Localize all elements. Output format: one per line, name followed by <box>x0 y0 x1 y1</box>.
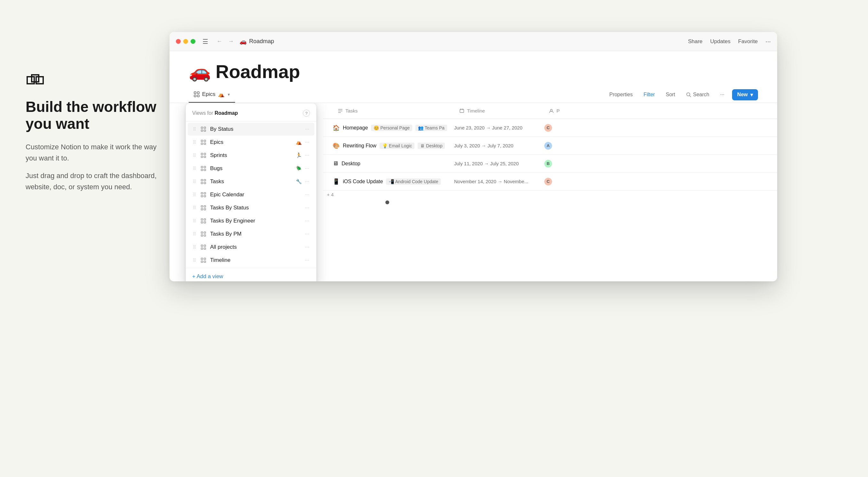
active-tab[interactable]: Epics ⛺ ▾ <box>189 87 235 103</box>
view-item-tasks-by-engineer[interactable]: ⠿ Tasks By Engineer ··· <box>188 215 314 227</box>
drag-handle-icon: ⠿ <box>193 140 196 145</box>
item-more-2[interactable]: ··· <box>305 153 309 158</box>
view-item-epics[interactable]: ⠿ Epics ⛺ ··· <box>188 136 314 149</box>
item-more-3[interactable]: ··· <box>305 166 309 171</box>
view-item-tasks-by-pm[interactable]: ⠿ Tasks By PM ··· <box>188 228 314 241</box>
view-label-7: Tasks By Engineer <box>210 218 302 224</box>
views-dropdown: Views for Roadmap ? ⠿ By Status ··· ⠿ <box>186 103 317 281</box>
window-title: 🚗 Roadmap <box>240 38 274 45</box>
favorite-button[interactable]: Favorite <box>738 38 758 45</box>
view-item-all-projects[interactable]: ⠿ All projects ··· <box>188 241 314 254</box>
view-label-1: Epics <box>210 139 292 146</box>
svg-rect-36 <box>204 205 206 207</box>
sort-button[interactable]: Sort <box>663 90 678 99</box>
svg-rect-0 <box>27 77 34 84</box>
updates-button[interactable]: Updates <box>710 38 731 45</box>
svg-rect-27 <box>201 179 203 181</box>
properties-button[interactable]: Properties <box>606 90 636 99</box>
svg-rect-18 <box>204 143 206 145</box>
grid-icon-7 <box>200 218 207 223</box>
page-emoji: 🚗 <box>189 61 211 82</box>
view-item-tasks[interactable]: ⠿ Tasks 🔧 ··· <box>188 175 314 188</box>
maximize-button[interactable] <box>191 39 195 44</box>
more-button[interactable]: ··· <box>765 38 771 45</box>
svg-rect-11 <box>201 127 203 129</box>
view-label-2: Sprints <box>210 152 292 159</box>
table-area: Tasks Timeline <box>323 103 777 281</box>
task-cell-0: 🏠 Homepage 😊 Personal Page 👥 Teams Pa <box>333 124 454 131</box>
svg-rect-40 <box>204 219 206 220</box>
task-cell-1: 🎨 Rewriting Flow 💡 Email Logic 🖥 Desktop <box>333 142 454 149</box>
page-title-area: 🚗 Roadmap <box>189 61 758 82</box>
table-row-0[interactable]: 🏠 Homepage 😊 Personal Page 👥 Teams Pa Ju… <box>323 119 777 137</box>
block-icon-1 <box>26 70 45 90</box>
item-more-4[interactable]: ··· <box>305 179 309 185</box>
search-button[interactable]: Search <box>683 90 713 99</box>
item-more-7[interactable]: ··· <box>305 218 309 224</box>
table-row-1[interactable]: 🎨 Rewriting Flow 💡 Email Logic 🖥 Desktop… <box>323 137 777 155</box>
toolbar-dots[interactable]: ··· <box>717 90 727 99</box>
add-view-button[interactable]: + Add a view <box>186 269 316 281</box>
svg-rect-48 <box>204 245 206 247</box>
drag-handle-icon: ⠿ <box>193 245 196 250</box>
task-tag-3-0: 📲 Android Code Update <box>386 179 441 185</box>
view-item-tasks-by-status[interactable]: ⠿ Tasks By Status ··· <box>188 201 314 214</box>
view-item-bugs[interactable]: ⠿ Bugs 🪲 ··· <box>188 162 314 175</box>
svg-rect-46 <box>204 235 206 236</box>
svg-rect-6 <box>197 92 199 94</box>
task-cell-2: 🖥 Desktop <box>333 160 454 167</box>
logo-blocks <box>26 70 160 90</box>
window-emoji: 🚗 <box>240 38 247 45</box>
item-more-0[interactable]: ··· <box>305 126 309 132</box>
svg-rect-52 <box>204 258 206 260</box>
share-button[interactable]: Share <box>688 38 702 45</box>
item-more-6[interactable]: ··· <box>305 205 309 211</box>
menu-icon[interactable]: ☰ <box>203 38 208 45</box>
search-label: Search <box>693 92 709 97</box>
task-name-0: Homepage <box>343 125 368 131</box>
table-row-3[interactable]: 📱 iOS Code Update 📲 Android Code Update … <box>323 172 777 191</box>
timeline-cell-2: July 11, 2020 → July 25, 2020 <box>454 161 544 166</box>
item-more-9[interactable]: ··· <box>305 244 309 250</box>
svg-rect-53 <box>201 261 203 262</box>
avatar-3: C <box>544 177 553 186</box>
back-button[interactable]: ← <box>215 37 224 46</box>
help-button[interactable]: ? <box>303 110 310 117</box>
page-title: Roadmap <box>216 61 300 82</box>
active-tab-label: Epics <box>202 91 216 97</box>
view-item-timeline[interactable]: ⠿ Timeline ··· <box>188 254 314 267</box>
filter-button[interactable]: Filter <box>640 90 658 99</box>
item-more-8[interactable]: ··· <box>305 231 309 237</box>
new-label: New <box>737 92 748 97</box>
close-button[interactable] <box>176 39 181 44</box>
new-button[interactable]: New ▾ <box>732 89 758 100</box>
forward-button[interactable]: → <box>226 37 236 46</box>
svg-rect-24 <box>204 166 206 168</box>
dropdown-title: Views for Roadmap <box>192 110 238 116</box>
marketing-body-2: Just drag and drop to craft the dashboar… <box>26 170 160 192</box>
view-label-0: By Status <box>210 126 302 132</box>
col-header-timeline: Timeline <box>454 108 544 114</box>
drag-handle-icon: ⠿ <box>193 231 196 236</box>
view-item-by-status[interactable]: ⠿ By Status ··· <box>188 123 314 135</box>
drag-handle-icon: ⠿ <box>193 127 196 132</box>
drag-handle-icon: ⠿ <box>193 192 196 197</box>
svg-rect-50 <box>204 248 206 249</box>
table-row-2[interactable]: 🖥 Desktop July 11, 2020 → July 25, 2020 … <box>323 155 777 172</box>
item-more-10[interactable]: ··· <box>305 257 309 263</box>
item-more-1[interactable]: ··· <box>305 139 309 145</box>
toolbar-right: Properties Filter Sort Search ··· New ▾ <box>606 89 758 100</box>
row-emoji-1: 🎨 <box>333 142 340 149</box>
timeline-cell-1: July 3, 2020 → July 7, 2020 <box>454 143 544 148</box>
item-more-5[interactable]: ··· <box>305 192 309 198</box>
svg-rect-28 <box>204 179 206 181</box>
view-item-sprints[interactable]: ⠿ Sprints 🏃 ··· <box>188 149 314 162</box>
view-item-epic-calendar[interactable]: ⠿ Epic Calendar ··· <box>188 188 314 201</box>
minimize-button[interactable] <box>183 39 188 44</box>
avatar-0: C <box>544 123 553 132</box>
svg-rect-35 <box>201 205 203 207</box>
row-emoji-2: 🖥 <box>333 160 338 167</box>
count-badge[interactable]: + 4 <box>323 191 777 198</box>
svg-rect-20 <box>204 153 206 155</box>
svg-rect-25 <box>201 169 203 171</box>
